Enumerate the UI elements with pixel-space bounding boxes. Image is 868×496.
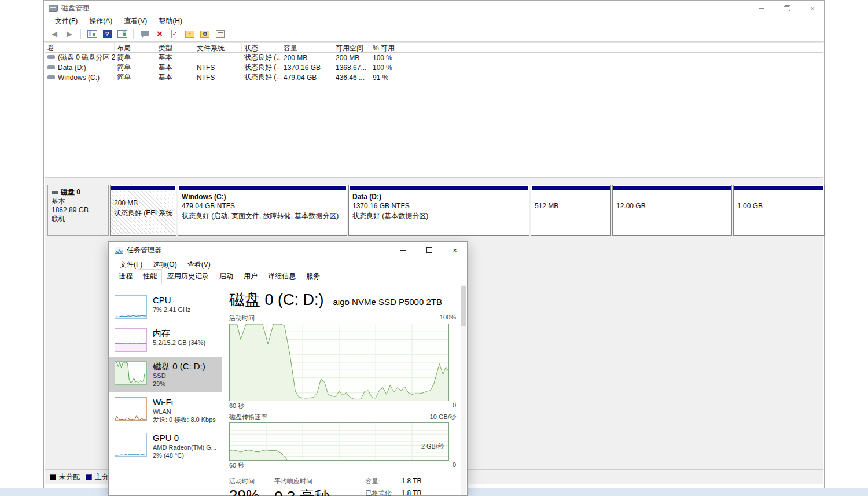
menu-action[interactable]: 操作(A) [84, 16, 117, 27]
gpu-sparkline [115, 433, 147, 457]
chart1-title: 活动时间 [229, 314, 255, 322]
cell-capacity: 200 MB [281, 54, 333, 62]
scrollbar[interactable] [461, 285, 466, 495]
volume-name: Data (D:) [58, 64, 86, 72]
check-document-icon[interactable]: ✓ [169, 28, 181, 40]
col-percent-free[interactable]: % 可用 [370, 43, 418, 52]
partition-efi[interactable]: 200 MB 状态良好 (EFI 系统分 [110, 185, 176, 236]
col-status[interactable]: 状态 [242, 43, 281, 52]
partition-12gb[interactable]: 12.00 GB [612, 185, 732, 236]
delete-icon[interactable]: × [154, 28, 165, 40]
folder-search-icon[interactable] [199, 28, 211, 40]
maximize-icon[interactable] [426, 247, 432, 253]
partition-status: 状态良好 (基本数据分区) [352, 211, 525, 221]
sidebar-item-detail: 2% (48 °C) [153, 451, 216, 460]
action-pane-icon[interactable] [116, 28, 128, 40]
tab-app-history[interactable]: 应用历史记录 [162, 269, 214, 284]
close-icon[interactable]: × [451, 246, 459, 255]
menu-file[interactable]: 文件(F) [50, 16, 83, 27]
tab-processes[interactable]: 进程 [113, 269, 138, 284]
stat-label: 活动时间 [229, 477, 259, 486]
col-type[interactable]: 类型 [156, 43, 194, 52]
help-icon[interactable]: ? [101, 28, 113, 40]
cell-percent: 91 % [370, 74, 418, 82]
tab-startup[interactable]: 启动 [214, 269, 238, 284]
volume-list: 卷 布局 类型 文件系统 状态 容量 可用空间 % 可用 (磁盘 0 磁盘分区 … [45, 42, 823, 177]
col-filesystem[interactable]: 文件系统 [194, 43, 242, 52]
chart2-ymax-label: 10 GB/秒 [430, 413, 456, 421]
cell-type: 基本 [156, 63, 194, 72]
minimize-icon[interactable] [757, 3, 766, 13]
table-row[interactable]: Windows (C:) 简单 基本 NTFS 状态良好 (... 479.04… [45, 72, 823, 82]
partition-status: 状态良好 (EFI 系统分 [114, 208, 172, 218]
close-icon[interactable]: × [808, 3, 817, 13]
partition-512mb[interactable]: 512 MB [531, 185, 611, 236]
task-manager-tabs: 进程 性能 应用历史记录 启动 用户 详细信息 服务 [109, 271, 467, 284]
partition-color-bar [532, 186, 610, 190]
sidebar-item-wifi[interactable]: Wi-Fi WLAN 发送: 0 接收: 8.0 Kbps [109, 392, 222, 428]
sidebar-item-detail: 7% 2.41 GHz [153, 306, 190, 314]
restore-icon[interactable] [782, 3, 792, 13]
callout-icon[interactable] [139, 28, 150, 40]
legend-unallocated: 未分配 [50, 472, 80, 482]
toolbar-separator [133, 29, 134, 39]
properties-icon[interactable] [214, 28, 226, 40]
disk-management-titlebar[interactable]: 磁盘管理 × [44, 1, 824, 16]
transfer-rate-chart: 2 GB/秒 [229, 422, 449, 461]
chart1-xright-label: 0 [453, 402, 456, 410]
col-empty [418, 43, 823, 52]
col-capacity[interactable]: 容量 [281, 43, 333, 52]
scrollbar-thumb[interactable] [461, 286, 466, 326]
partition-name: Windows (C:) [182, 193, 343, 202]
console-tree-icon[interactable] [86, 28, 98, 40]
cell-percent: 100 % [370, 64, 418, 72]
disk-0-info-box[interactable]: 磁盘 0 基本 1862.89 GB 联机 [47, 185, 109, 236]
stat-value: 29% [229, 487, 259, 496]
table-row[interactable]: Data (D:) 简单 基本 NTFS 状态良好 (... 1370.16 G… [45, 63, 823, 72]
legend-label: 未分配 [59, 472, 80, 482]
task-manager-window-controls: × [400, 242, 459, 258]
info-value: 1.8 TB [401, 477, 421, 486]
partition-size: 479.04 GB NTFS [182, 202, 343, 211]
back-icon[interactable]: ◀ [49, 28, 60, 40]
col-layout[interactable]: 布局 [115, 43, 156, 52]
disk-management-menubar: 文件(F) 操作(A) 查看(V) 帮助(H) [44, 16, 824, 27]
partition-color-bar [734, 186, 823, 190]
sidebar-item-memory[interactable]: 内存 5.2/15.2 GB (34%) [109, 324, 222, 357]
minimize-icon[interactable] [400, 250, 408, 251]
volume-table-header: 卷 布局 类型 文件系统 状态 容量 可用空间 % 可用 [45, 42, 823, 53]
memory-sparkline [115, 328, 147, 352]
disk-status: 联机 [52, 215, 105, 223]
tab-services[interactable]: 服务 [301, 269, 325, 284]
sidebar-item-disk-0[interactable]: 磁盘 0 (C: D:) SSD 29% [109, 357, 222, 392]
desktop: 磁盘管理 × 文件(F) 操作(A) 查看(V) 帮助(H) ◀ ▶ ? × ✓… [0, 0, 868, 496]
toolbar-separator [80, 29, 81, 39]
task-manager-titlebar[interactable]: 任务管理器 × [109, 242, 467, 258]
sidebar-item-gpu-0[interactable]: GPU 0 AMD Radeon(TM) G... 2% (48 °C) [109, 428, 222, 464]
cell-percent: 100 % [370, 54, 418, 62]
cell-layout: 简单 [115, 72, 156, 82]
menu-view[interactable]: 查看(V) [119, 16, 152, 27]
volume-icon [47, 75, 55, 79]
folder-up-icon[interactable]: ↑ [184, 28, 196, 40]
partition-1gb[interactable]: 1.00 GB [733, 185, 825, 236]
sidebar-item-detail: 5.2/15.2 GB (34%) [153, 339, 205, 347]
cpu-sparkline [115, 295, 147, 319]
sidebar-item-detail: 发送: 0 接收: 8.0 Kbps [153, 416, 216, 424]
partition-windows-c[interactable]: Windows (C:) 479.04 GB NTFS 状态良好 (启动, 页面… [178, 185, 347, 236]
tab-performance[interactable]: 性能 [138, 269, 162, 284]
tab-users[interactable]: 用户 [238, 269, 263, 284]
menu-help[interactable]: 帮助(H) [153, 16, 187, 27]
sidebar-item-title: CPU [153, 295, 190, 306]
sidebar-item-title: Wi-Fi [153, 397, 216, 407]
tab-details[interactable]: 详细信息 [263, 269, 301, 284]
partition-data-d[interactable]: Data (D:) 1370.16 GB NTFS 状态良好 (基本数据分区) [348, 185, 529, 236]
col-volume[interactable]: 卷 [45, 43, 115, 52]
active-time-chart [229, 324, 449, 401]
forward-icon[interactable]: ▶ [64, 28, 75, 40]
wifi-sparkline [115, 397, 147, 421]
sidebar-item-cpu[interactable]: CPU 7% 2.41 GHz [109, 291, 222, 324]
table-row[interactable]: (磁盘 0 磁盘分区 2) 简单 基本 状态良好 (... 200 MB 200… [45, 53, 823, 63]
cell-status: 状态良好 (... [242, 63, 281, 72]
col-free-space[interactable]: 可用空间 [333, 43, 370, 52]
